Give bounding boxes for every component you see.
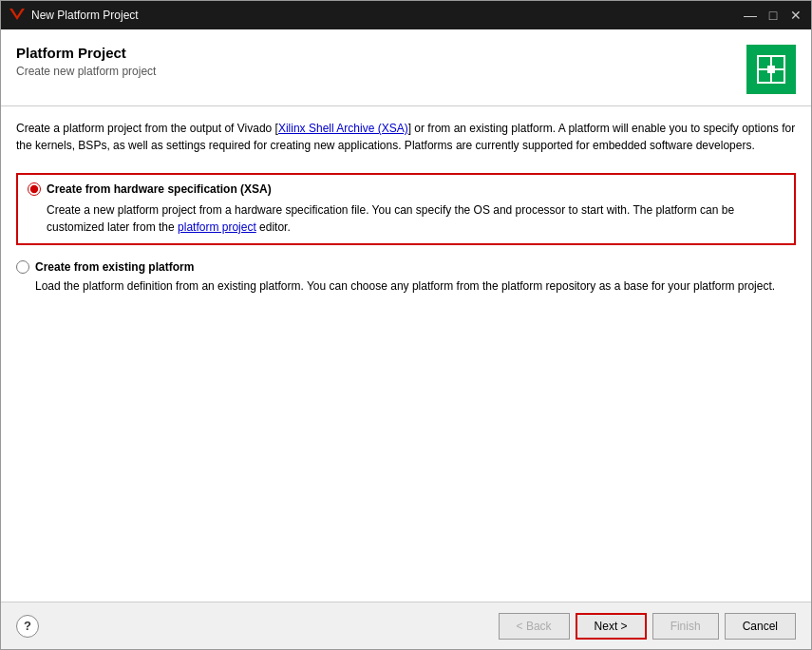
option1-radio[interactable]: [28, 182, 41, 196]
app-icon: [9, 7, 26, 24]
footer: ? < Back Next > Finish Cancel: [1, 602, 811, 649]
svg-rect-5: [767, 66, 775, 73]
platform-project-link[interactable]: platform project: [178, 220, 256, 234]
help-icon: ?: [24, 619, 31, 633]
option2-description: Load the platform definition from an exi…: [35, 277, 796, 295]
cancel-label: Cancel: [743, 620, 778, 633]
minimize-button[interactable]: —: [743, 8, 758, 23]
footer-buttons: < Back Next > Finish Cancel: [499, 613, 796, 640]
option1-desc-part1: Create a new platform project from a har…: [47, 203, 734, 234]
back-button[interactable]: < Back: [499, 613, 570, 640]
option1-container: Create from hardware specification (XSA)…: [16, 173, 796, 245]
title-bar: New Platform Project — □ ✕: [1, 1, 811, 29]
maximize-button[interactable]: □: [765, 8, 781, 23]
close-button[interactable]: ✕: [788, 8, 803, 23]
description-area: Create a platform project from the outpu…: [1, 106, 811, 165]
content-area: Platform Project Create new platform pro…: [1, 29, 811, 602]
options-area: Create from hardware specification (XSA)…: [1, 165, 811, 602]
vitis-logo: [746, 45, 796, 94]
option1-desc-part2: editor.: [256, 220, 291, 234]
option2-container: Create from existing platform Load the p…: [16, 260, 796, 295]
next-label: Next >: [595, 620, 628, 633]
window-controls: — □ ✕: [743, 8, 803, 23]
header-text: Platform Project Create new platform pro…: [16, 45, 746, 78]
description-text-before: Create a platform project from the outpu…: [16, 122, 278, 135]
cancel-button[interactable]: Cancel: [725, 613, 796, 640]
window-title: New Platform Project: [31, 9, 743, 22]
back-label: < Back: [517, 620, 552, 633]
page-header: Platform Project Create new platform pro…: [1, 29, 811, 106]
window: New Platform Project — □ ✕ Platform Proj…: [0, 0, 812, 650]
page-title: Platform Project: [16, 45, 746, 61]
option1-label: Create from hardware specification (XSA): [47, 182, 272, 196]
xsa-link[interactable]: Xilinx Shell Archive (XSA): [278, 122, 408, 135]
footer-left: ?: [16, 615, 499, 638]
option2-radio[interactable]: [16, 260, 29, 274]
option2-label: Create from existing platform: [35, 260, 194, 274]
page-subtitle: Create new platform project: [16, 65, 746, 78]
main-content: Platform Project Create new platform pro…: [1, 29, 811, 602]
option1-header: Create from hardware specification (XSA): [28, 182, 784, 196]
option2-header: Create from existing platform: [16, 260, 796, 274]
svg-marker-0: [9, 9, 25, 20]
finish-label: Finish: [670, 620, 701, 633]
finish-button[interactable]: Finish: [652, 613, 719, 640]
next-button[interactable]: Next >: [576, 613, 647, 640]
help-button[interactable]: ?: [16, 615, 39, 638]
option1-description: Create a new platform project from a har…: [47, 201, 784, 236]
